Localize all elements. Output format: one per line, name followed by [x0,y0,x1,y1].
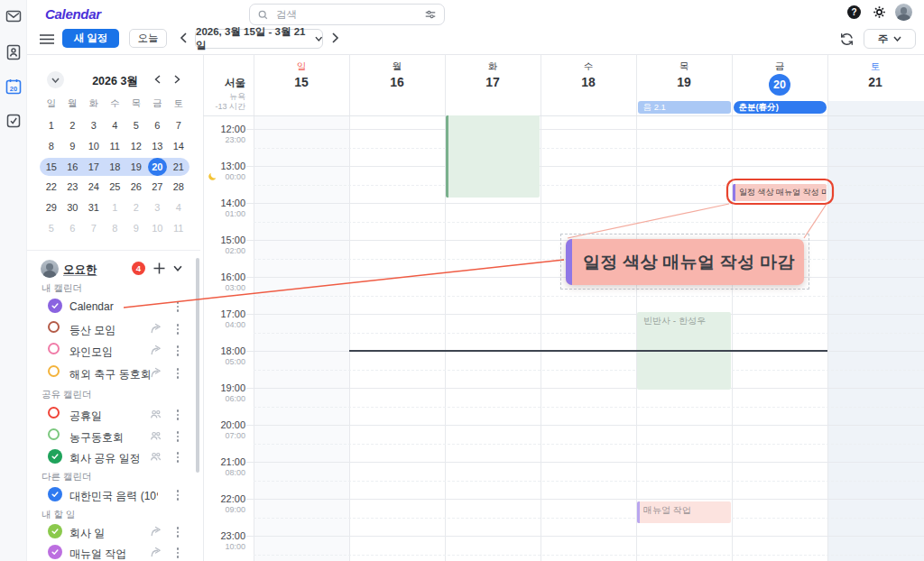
hour-tick [246,203,254,204]
grid-column-line [349,54,350,561]
hour-label-seoul: 17:00 [204,308,245,319]
day-header-weekday: 금 [732,60,827,73]
event-color-bar [446,115,448,198]
hour-gridline [254,314,924,315]
hour-label-seoul: 13:00 [204,161,245,171]
saturday-column-tint [827,101,924,561]
event-title: 일정 색상 매뉴얼 작성 마감 [739,187,827,198]
event-title: 빈반사 - 한성우 [643,315,706,327]
callout-color-bar [566,239,572,285]
event[interactable]: 매뉴얼 작업 [637,501,731,523]
hour-label-newyork: 04:00 [204,320,245,329]
day-header-weekday: 목 [636,60,732,73]
day-header-weekday: 수 [541,60,636,73]
hour-tick [246,462,254,463]
half-hour-gridline [254,481,924,482]
half-hour-gridline [254,407,924,408]
callout-text: 일정 색상 매뉴얼 작성 마감 [583,239,795,285]
grid-column-line [541,54,541,561]
hour-label-newyork: 02:00 [204,246,245,255]
hour-label-newyork: 05:00 [204,357,245,366]
sunday-column-tint [254,115,349,561]
half-hour-gridline [254,296,924,297]
hour-label-newyork: 03:00 [204,283,245,292]
hour-label-newyork: 01:00 [204,209,245,218]
grid-column-line [254,54,254,561]
hour-label-seoul: 15:00 [204,235,245,245]
day-header-date[interactable]: 17 [445,75,541,89]
hour-label-newyork: 08:00 [204,468,245,477]
hour-label-seoul: 19:00 [204,382,245,393]
hour-gridline [254,203,924,204]
hour-gridline [254,536,924,537]
grid-column-line [732,54,733,561]
event-title: 매뉴얼 작업 [643,504,691,517]
day-header-date[interactable]: 18 [541,75,636,89]
hour-label-newyork: 07:00 [204,431,245,440]
allday-event[interactable]: 춘분(春分) [734,101,827,114]
half-hour-gridline [254,518,924,519]
hour-gridline [254,462,924,463]
hour-tick [246,240,254,241]
calendar-app: 20 Calendar ? 새 일정 오늘 2026, 3월 15일 - 3월 … [0,0,924,561]
hour-gridline [254,388,924,389]
hour-label-seoul: 21:00 [204,456,245,467]
half-hour-gridline [254,555,924,556]
hour-tick [246,499,254,500]
half-hour-gridline [254,222,924,223]
day-header-date[interactable]: 19 [636,75,732,89]
hour-label-seoul: 22:00 [204,493,245,504]
hour-tick [246,277,254,278]
hour-gridline [254,129,924,130]
allday-row-border [203,115,924,116]
hour-tick [246,166,254,167]
half-hour-gridline [254,148,924,149]
day-header-date[interactable]: 21 [827,75,923,89]
hour-gridline [254,425,924,426]
moon-icon [208,171,217,181]
hour-label-seoul: 14:00 [204,198,245,208]
current-time-line [349,350,827,352]
half-hour-gridline [254,370,924,371]
hour-label-seoul: 20:00 [204,419,245,430]
day-header-date[interactable]: 16 [349,75,445,89]
hour-label-seoul: 18:00 [204,345,245,356]
day-header-date[interactable]: 15 [254,75,349,89]
event-highlighted[interactable]: 일정 색상 매뉴얼 작성 마감 [733,184,827,201]
event-color-bar [637,501,640,523]
hour-tick [246,425,254,426]
hour-label-seoul: 12:00 [204,124,245,134]
hour-tick [246,388,254,389]
grid-column-line [636,54,637,561]
hour-tick [246,314,254,315]
hour-label-newyork: 10:00 [204,542,245,551]
hour-tick [246,351,254,352]
hour-tick [246,536,254,537]
hour-label-newyork: 23:00 [204,135,245,144]
day-header-date-today[interactable]: 20 [769,74,790,96]
half-hour-gridline [254,333,924,334]
hour-gridline [254,499,924,500]
day-header-weekday: 월 [349,60,445,73]
hour-gridline [254,166,924,167]
hour-tick [246,129,254,130]
allday-event[interactable]: 음 2.1 [638,101,731,114]
event-color-bar [733,184,735,201]
hour-label-newyork: 06:00 [204,394,245,403]
hour-label-seoul: 16:00 [204,271,245,282]
grid-column-line [827,54,828,561]
event[interactable] [446,115,540,198]
day-header-weekday: 일 [254,60,349,73]
day-header-weekday: 토 [827,60,923,73]
hour-label-newyork: 09:00 [204,505,245,514]
event-zoom-callout: 일정 색상 매뉴얼 작성 마감 [566,239,804,285]
hour-label-seoul: 23:00 [204,530,245,541]
half-hour-gridline [254,444,924,445]
day-header-weekday: 화 [445,60,541,73]
